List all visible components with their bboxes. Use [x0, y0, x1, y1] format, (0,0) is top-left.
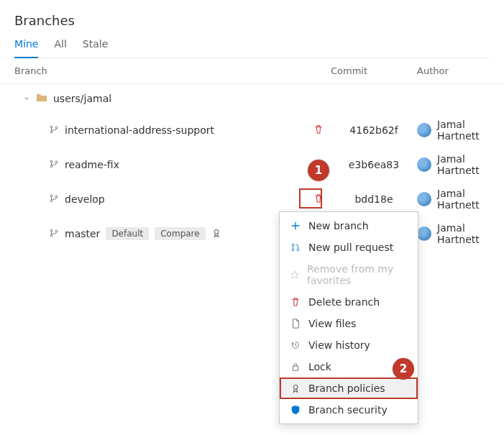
- chevron-down-icon[interactable]: [23, 95, 30, 102]
- svg-point-1: [50, 131, 52, 133]
- branch-icon: [49, 124, 59, 137]
- tab-stale[interactable]: Stale: [83, 38, 108, 58]
- svg-rect-19: [293, 366, 298, 370]
- trash-icon[interactable]: [313, 193, 324, 206]
- folder-row[interactable]: users/jamal: [0, 84, 504, 113]
- svg-point-6: [50, 195, 52, 197]
- commit-hash[interactable]: 4162b62f: [331, 124, 417, 136]
- svg-point-0: [50, 126, 52, 128]
- tab-mine[interactable]: Mine: [14, 38, 38, 58]
- svg-point-12: [214, 229, 219, 234]
- column-commit: Commit: [331, 65, 417, 76]
- author-name: Jamal Hartnett: [437, 188, 490, 211]
- page-title: Branches: [14, 13, 490, 28]
- commit-hash[interactable]: e3b6ea83: [331, 159, 417, 170]
- author-name: Jamal Hartnett: [437, 222, 490, 245]
- menu-label: Branch policies: [308, 383, 385, 394]
- menu-label: Delete branch: [308, 296, 380, 308]
- menu-branch-policies[interactable]: Branch policies: [280, 377, 418, 399]
- author-name: Jamal Hartnett: [437, 153, 490, 176]
- svg-point-3: [50, 160, 52, 162]
- svg-point-7: [50, 200, 52, 202]
- shield-icon: [290, 405, 301, 415]
- table-row[interactable]: international-address-support 4162b62f J…: [0, 113, 504, 147]
- menu-label: Lock: [308, 361, 331, 372]
- commit-hash[interactable]: bdd18e: [331, 193, 417, 205]
- context-menu: New branch New pull request Remove from …: [279, 211, 418, 424]
- menu-label: Branch security: [308, 404, 388, 416]
- svg-point-9: [50, 229, 52, 232]
- table-row[interactable]: develop bdd18e Jamal Hartnett: [0, 182, 504, 216]
- svg-point-16: [292, 244, 294, 246]
- svg-point-8: [55, 195, 58, 197]
- menu-new-branch[interactable]: New branch: [280, 215, 418, 237]
- branch-name: master: [65, 228, 100, 239]
- svg-point-2: [55, 126, 58, 128]
- menu-view-history[interactable]: View history: [280, 334, 418, 356]
- menu-delete-branch[interactable]: Delete branch: [280, 291, 418, 313]
- menu-label: New branch: [308, 220, 369, 232]
- svg-point-18: [297, 249, 299, 251]
- svg-point-20: [293, 385, 298, 389]
- file-icon: [290, 319, 301, 329]
- avatar: [417, 192, 431, 206]
- menu-branch-security[interactable]: Branch security: [280, 399, 418, 421]
- menu-label: Remove from my favorites: [307, 263, 408, 286]
- table-row[interactable]: master Default Compare 4162b62f Jamal Ha…: [0, 216, 504, 251]
- compare-badge[interactable]: Compare: [155, 227, 205, 240]
- trash-icon: [290, 297, 301, 307]
- tab-all[interactable]: All: [54, 38, 66, 58]
- author-name: Jamal Hartnett: [437, 119, 490, 142]
- branch-icon: [49, 159, 59, 171]
- branch-name: international-address-support: [65, 124, 214, 136]
- branch-name: develop: [65, 193, 105, 205]
- table-row[interactable]: readme-fix e3b6ea83 Jamal Hartnett: [0, 147, 504, 182]
- branch-name: readme-fix: [65, 159, 119, 170]
- svg-point-4: [50, 165, 52, 168]
- column-branch: Branch: [14, 65, 331, 76]
- menu-label: New pull request: [308, 242, 393, 253]
- column-author: Author: [417, 65, 490, 76]
- svg-point-11: [55, 229, 58, 232]
- ribbon-icon: [290, 383, 301, 393]
- default-badge: Default: [106, 227, 149, 240]
- svg-point-17: [292, 249, 294, 251]
- history-icon: [290, 340, 301, 350]
- menu-remove-favorites: Remove from my favorites: [280, 258, 418, 291]
- svg-point-10: [50, 234, 52, 237]
- avatar: [417, 226, 431, 241]
- folder-icon: [36, 92, 47, 106]
- callout-2: 2: [393, 358, 414, 380]
- menu-new-pull-request[interactable]: New pull request: [280, 237, 418, 258]
- svg-point-5: [55, 160, 58, 162]
- pull-request-icon: [290, 242, 301, 252]
- lock-icon: [290, 362, 301, 372]
- branch-icon: [49, 228, 59, 240]
- star-icon: [290, 270, 300, 280]
- menu-label: View history: [308, 339, 370, 351]
- avatar: [417, 123, 431, 137]
- trash-icon[interactable]: [313, 124, 324, 137]
- menu-label: View files: [308, 318, 356, 329]
- ribbon-icon: [211, 228, 221, 240]
- folder-name: users/jamal: [53, 93, 111, 104]
- avatar: [417, 157, 431, 172]
- tabs: Mine All Stale: [14, 38, 490, 58]
- callout-1: 1: [308, 160, 329, 181]
- branch-icon: [49, 193, 59, 206]
- plus-icon: [290, 221, 301, 231]
- menu-view-files[interactable]: View files: [280, 313, 418, 334]
- column-headers: Branch Commit Author: [0, 58, 504, 84]
